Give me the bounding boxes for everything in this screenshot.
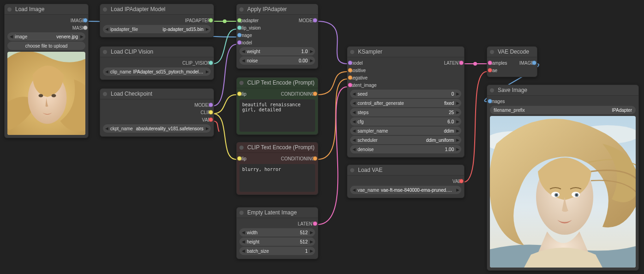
port-mask-out[interactable] bbox=[83, 25, 88, 30]
widget-control-after-generate[interactable]: ◀control_after_generatefixed▶ bbox=[350, 99, 461, 107]
widget-noise[interactable]: ◀noise0.00▶ bbox=[239, 56, 315, 65]
widget-denoise[interactable]: ◀denoise1.00▶ bbox=[350, 145, 461, 153]
arrow-left-icon[interactable]: ◀ bbox=[105, 69, 108, 74]
arrow-right-icon[interactable]: ▶ bbox=[456, 138, 459, 142]
port-latent-image-in[interactable] bbox=[348, 83, 352, 87]
arrow-left-icon[interactable]: ◀ bbox=[241, 249, 245, 253]
arrow-right-icon[interactable]: ▶ bbox=[456, 101, 459, 105]
arrow-left-icon[interactable]: ◀ bbox=[352, 138, 356, 142]
port-image-out[interactable] bbox=[83, 18, 88, 23]
node-title[interactable]: KSampler bbox=[347, 47, 464, 57]
node-vae-decode[interactable]: VAE Decode samplesIMAGE vae bbox=[487, 46, 537, 77]
arrow-left-icon[interactable]: ◀ bbox=[352, 147, 356, 152]
port-clipvision-out[interactable] bbox=[209, 61, 213, 65]
node-load-ipadapter-model[interactable]: Load IPAdapter Model IPADAPTER ◀ ipadapt… bbox=[100, 4, 214, 37]
port-model-out[interactable] bbox=[313, 18, 317, 23]
arrow-right-icon[interactable]: ▶ bbox=[456, 119, 459, 124]
arrow-left-icon[interactable]: ◀ bbox=[352, 128, 356, 133]
node-apply-ipadapter[interactable]: Apply IPAdapter ipadapterMODEL clip_visi… bbox=[236, 4, 318, 69]
collapse-icon[interactable] bbox=[350, 50, 354, 54]
port-image-in[interactable] bbox=[237, 33, 242, 37]
collapse-icon[interactable] bbox=[350, 168, 354, 172]
port-positive-in[interactable] bbox=[348, 68, 352, 73]
port-image-out[interactable] bbox=[532, 61, 537, 65]
arrow-left-icon[interactable]: ◀ bbox=[105, 126, 108, 131]
port-ipadapter-out[interactable] bbox=[209, 18, 213, 23]
node-load-image[interactable]: Load Image IMAGE MASK ◀ image venere.jpg… bbox=[4, 4, 89, 138]
node-load-checkpoint[interactable]: Load Checkpoint MODEL CLIP VAE ◀ ckpt_na… bbox=[100, 88, 214, 137]
widget-scheduler[interactable]: ◀schedulerddim_uniform▶ bbox=[350, 136, 461, 144]
node-ksampler[interactable]: KSampler modelLATENT positive negative l… bbox=[347, 46, 465, 158]
arrow-right-icon[interactable]: ▶ bbox=[310, 230, 313, 235]
prompt-text[interactable]: blurry, horror bbox=[239, 164, 315, 192]
node-title[interactable]: CLIP Text Encode (Prompt) bbox=[237, 142, 318, 153]
widget-image-file[interactable]: ◀ image venere.jpg ▶ bbox=[7, 32, 85, 41]
collapse-icon[interactable] bbox=[103, 92, 107, 96]
widget-sampler-name[interactable]: ◀sampler_nameddim▶ bbox=[350, 127, 461, 135]
widget-filename-prefix[interactable]: filename_prefixIPAdapter bbox=[490, 106, 636, 114]
node-title[interactable]: Load Image bbox=[5, 4, 88, 15]
port-latent-out[interactable] bbox=[459, 61, 464, 65]
arrow-right-icon[interactable]: ▶ bbox=[456, 110, 459, 115]
widget-clip-name[interactable]: ◀ clip_name IPAdapter_sd15_pytorch_model… bbox=[103, 67, 211, 76]
widget-width[interactable]: ◀width512▶ bbox=[239, 228, 315, 237]
widget-seed[interactable]: ◀seed0▶ bbox=[350, 90, 461, 98]
port-model-out[interactable] bbox=[209, 103, 213, 107]
arrow-right-icon[interactable]: ▶ bbox=[456, 128, 459, 133]
arrow-right-icon[interactable]: ▶ bbox=[310, 239, 313, 244]
arrow-right-icon[interactable]: ▶ bbox=[310, 49, 313, 54]
port-latent-out[interactable] bbox=[313, 221, 317, 226]
arrow-left-icon[interactable]: ◀ bbox=[352, 101, 356, 105]
arrow-right-icon[interactable]: ▶ bbox=[80, 34, 83, 39]
port-vae-out[interactable] bbox=[459, 179, 464, 183]
port-ipadapter-in[interactable] bbox=[237, 18, 242, 23]
collapse-icon[interactable] bbox=[103, 50, 107, 54]
collapse-icon[interactable] bbox=[239, 211, 244, 215]
port-model-in[interactable] bbox=[237, 40, 242, 45]
widget-ckpt-name[interactable]: ◀ ckpt_name absolutereality_v181.safeten… bbox=[103, 124, 211, 133]
port-negative-in[interactable] bbox=[348, 75, 352, 80]
upload-button[interactable]: choose file to upload bbox=[7, 42, 85, 50]
widget-steps[interactable]: ◀steps25▶ bbox=[350, 108, 461, 116]
arrow-right-icon[interactable]: ▶ bbox=[310, 58, 313, 63]
collapse-icon[interactable] bbox=[7, 7, 12, 12]
prompt-text[interactable]: beautiful renaissance girl, detailed bbox=[239, 99, 315, 132]
port-clipvision-in[interactable] bbox=[237, 25, 242, 30]
port-conditioning-out[interactable] bbox=[313, 91, 317, 96]
arrow-left-icon[interactable]: ◀ bbox=[241, 230, 245, 235]
arrow-right-icon[interactable]: ▶ bbox=[456, 147, 459, 152]
port-conditioning-out[interactable] bbox=[313, 156, 317, 161]
node-clip-text-encode-positive[interactable]: CLIP Text Encode (Prompt) clipCONDITIONI… bbox=[236, 77, 318, 135]
node-title[interactable]: Load IPAdapter Model bbox=[100, 4, 214, 15]
node-title[interactable]: Load CLIP Vision bbox=[100, 47, 214, 57]
port-samples-in[interactable] bbox=[488, 61, 492, 65]
port-clip-in[interactable] bbox=[237, 156, 242, 161]
node-title[interactable]: Load Checkpoint bbox=[100, 89, 214, 99]
arrow-right-icon[interactable]: ▶ bbox=[205, 27, 209, 31]
node-title[interactable]: Save Image bbox=[487, 85, 638, 96]
node-save-image[interactable]: Save Image images filename_prefixIPAdapt… bbox=[487, 85, 639, 271]
arrow-left-icon[interactable]: ◀ bbox=[241, 49, 245, 54]
node-load-vae[interactable]: Load VAE VAE ◀vae_namevae-ft-mse-840000-… bbox=[347, 164, 465, 198]
node-empty-latent-image[interactable]: Empty Latent Image LATENT ◀width512▶ ◀he… bbox=[236, 207, 318, 259]
node-title[interactable]: CLIP Text Encode (Prompt) bbox=[237, 78, 318, 88]
arrow-right-icon[interactable]: ▶ bbox=[310, 249, 313, 253]
widget-ipadapter-file[interactable]: ◀ ipadapter_file ip-adapter_sd15.bin ▶ bbox=[103, 25, 211, 33]
widget-height[interactable]: ◀height512▶ bbox=[239, 237, 315, 246]
arrow-left-icon[interactable]: ◀ bbox=[9, 34, 13, 39]
widget-weight[interactable]: ◀weight1.0▶ bbox=[239, 47, 315, 55]
collapse-icon[interactable] bbox=[239, 146, 244, 150]
collapse-icon[interactable] bbox=[239, 81, 244, 85]
port-clip-out[interactable] bbox=[209, 110, 213, 115]
node-title[interactable]: VAE Decode bbox=[487, 47, 537, 57]
arrow-left-icon[interactable]: ◀ bbox=[241, 239, 245, 244]
arrow-left-icon[interactable]: ◀ bbox=[352, 91, 356, 96]
arrow-left-icon[interactable]: ◀ bbox=[352, 110, 356, 115]
collapse-icon[interactable] bbox=[490, 88, 494, 92]
node-title[interactable]: Apply IPAdapter bbox=[237, 4, 318, 15]
widget-vae-name[interactable]: ◀vae_namevae-ft-mse-840000-ema-pruned.sa… bbox=[350, 186, 461, 194]
node-load-clip-vision[interactable]: Load CLIP Vision CLIP_VISION ◀ clip_name… bbox=[100, 46, 214, 80]
port-clip-in[interactable] bbox=[237, 91, 242, 96]
arrow-right-icon[interactable]: ▶ bbox=[205, 69, 209, 74]
node-clip-text-encode-negative[interactable]: CLIP Text Encode (Prompt) clipCONDITIONI… bbox=[236, 142, 318, 195]
